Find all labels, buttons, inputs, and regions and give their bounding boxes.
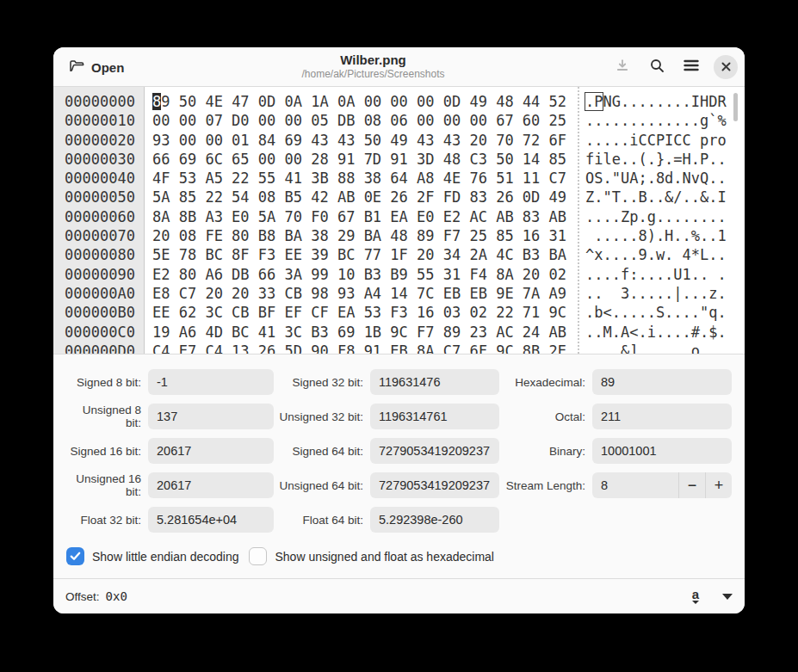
ascii-row[interactable]: ..M.A<.i....#.$. [585,323,727,342]
ascii-row[interactable]: ....&]......o... [585,342,727,354]
offset-row: 000000A0 [65,284,144,303]
offset-row: 00000060 [65,207,144,226]
open-button-label: Open [91,60,124,75]
ascii-row[interactable]: ....f:....U1.. . [585,265,727,284]
hex-bytes-column[interactable]: 89 50 4E 47 0D 0A 1A 0A 00 00 00 0D 49 4… [152,92,566,354]
ascii-row[interactable]: Z."T..B..&/..&.I [585,188,727,207]
hex-row[interactable]: 93 00 00 01 84 69 43 43 50 49 43 43 20 7… [152,131,566,150]
hex-editor-pane: 0000000000000010000000200000003000000040… [53,87,745,354]
ascii-row[interactable]: .PNG........IHDR [585,92,727,111]
window-title-block: Wilber.png /home/ak/Pictures/Screenshots [157,52,590,81]
stream-length-decrement-button[interactable]: − [678,472,705,498]
float-32-bit-label: Float 32 bit: [65,514,148,527]
unsigned-32-bit-label: Unsigned 32 bit: [274,410,370,423]
hexadecimal-field[interactable]: 89 [592,369,732,395]
stream-length-label: Stream Length: [499,479,592,492]
insert-mode-indicator[interactable]: a [692,589,699,604]
hex-row[interactable]: E8 C7 20 20 33 CB 98 93 A4 14 7C EB EB 9… [152,284,566,303]
hex-row[interactable]: 4F 53 A5 22 55 41 3B 88 38 64 A8 4E 76 5… [152,169,566,188]
file-path-subtitle: /home/ak/Pictures/Screenshots [157,68,590,81]
decode-options: Show little endian decoding Show unsigne… [66,547,494,565]
hex-row[interactable]: E2 80 A6 DB 66 3A 99 10 B3 B9 55 31 F4 8… [152,265,566,284]
stream-length-spinner[interactable]: 8 − + [592,472,732,498]
conversions-column-1: Signed 8 bit:-1 Unsigned 8 bit:137 Signe… [65,369,274,541]
signed-8-bit-field[interactable]: -1 [148,369,274,395]
binary-field[interactable]: 10001001 [592,438,732,464]
octal-field[interactable]: 211 [592,404,732,429]
search-icon [650,59,665,77]
ascii-row[interactable]: .............g`% [585,111,727,130]
close-window-button[interactable] [714,55,738,79]
open-button[interactable]: Open [65,54,129,80]
offset-row: 00000090 [65,265,144,284]
statusbar: Offset: 0x0 a [53,578,745,613]
main-menu-button[interactable] [679,55,703,79]
unsigned-16-bit-label: Unsigned 16 bit: [65,472,148,498]
little-endian-label[interactable]: Show little endian decoding [92,550,238,564]
stream-length-increment-button[interactable]: + [705,472,732,498]
ascii-column[interactable]: .PNG........IHDR.............g`%.....iCC… [585,92,727,354]
hex-row[interactable]: 5A 85 22 54 08 B5 42 AB 0E 26 2F FD 83 2… [152,188,566,207]
save-download-icon [616,59,629,76]
hex-ascii-separator [578,87,579,354]
unsigned-8-bit-field[interactable]: 137 [148,404,274,429]
ascii-row[interactable]: file..(.}.=H.P.. [585,150,727,169]
signed-8-bit-label: Signed 8 bit: [65,376,148,389]
hex-row[interactable]: 00 00 07 D0 00 00 05 DB 08 06 00 00 00 6… [152,111,566,130]
little-endian-checkbox[interactable] [66,547,84,565]
little-endian-option[interactable]: Show little endian decoding [66,547,238,565]
hex-row[interactable]: EE 62 3C CB BF EF CF EA 53 F3 16 03 02 2… [152,303,566,322]
find-button[interactable] [645,55,669,79]
save-button[interactable] [610,55,634,79]
binary-label: Binary: [499,445,592,458]
ascii-row[interactable]: ^x....9.w. 4*L.. [585,245,727,264]
signed-64-bit-label: Signed 64 bit: [274,445,370,458]
offset-row: 00000050 [65,188,144,207]
offset-row: 00000070 [65,226,144,245]
hex-row[interactable]: 66 69 6C 65 00 00 28 91 7D 91 3D 48 C3 5… [152,150,566,169]
unsigned-8-bit-label: Unsigned 8 bit: [65,404,148,429]
float-64-bit-label: Float 64 bit: [274,514,370,527]
ascii-row[interactable]: .. 3.....|...z. [585,284,727,303]
offset-row: 00000030 [65,150,144,169]
float-32-bit-field[interactable]: 5.281654e+04 [148,507,274,533]
ghex-window: Open Wilber.png /home/ak/Pictures/Screen… [53,47,745,613]
float-64-bit-field[interactable]: 5.292398e-260 [370,507,499,533]
unsigned-32-bit-field[interactable]: 1196314761 [370,404,499,429]
offset-row: 00000000 [65,92,144,111]
ascii-row[interactable]: .....iCCPICC pro [585,131,727,150]
signed-32-bit-field[interactable]: 119631476 [370,369,499,395]
unsigned-float-hex-label[interactable]: Show unsigned and float as hexadecimal [275,550,494,564]
scrollbar-thumb[interactable] [733,93,738,121]
offset-row: 000000D0 [65,342,144,354]
offset-row: 00000080 [65,245,144,264]
conversions-column-2: Signed 32 bit:119631476 Unsigned 32 bit:… [274,369,499,541]
stream-length-value[interactable]: 8 [601,478,678,492]
ascii-row[interactable]: OS."UA;.8d.NvQ.. [585,169,727,188]
octal-label: Octal: [499,410,592,423]
unsigned-float-hex-checkbox[interactable] [249,547,267,565]
hex-row[interactable]: 89 50 4E 47 0D 0A 1A 0A 00 00 00 0D 49 4… [152,92,566,111]
signed-32-bit-label: Signed 32 bit: [274,376,370,389]
unsigned-64-bit-field[interactable]: 7279053419209237 [370,472,499,498]
ascii-row[interactable]: .b<.....S...."q. [585,303,727,322]
signed-64-bit-field[interactable]: 7279053419209237 [370,438,499,464]
hex-row[interactable]: C4 E7 C4 13 26 5D 90 F8 91 EB 8A C7 6F 9… [152,342,566,354]
hex-row[interactable]: 19 A6 4D BC 41 3C B3 69 1B 9C F7 89 23 A… [152,323,566,342]
hex-row[interactable]: 5E 78 BC 8F F3 EE 39 BC 77 1F 20 34 2A 4… [152,245,566,264]
signed-16-bit-field[interactable]: 20617 [148,438,274,464]
hexadecimal-label: Hexadecimal: [499,376,592,389]
caret-down-small-icon [692,601,699,604]
conversions-column-3: Hexadecimal:89 Octal:211 Binary:10001001… [499,369,732,507]
unsigned-16-bit-field[interactable]: 20617 [148,472,274,498]
unsigned-float-hex-option[interactable]: Show unsigned and float as hexadecimal [249,547,494,565]
ascii-row[interactable]: .....8).H..%..1 [585,226,727,245]
offset-row: 00000040 [65,169,144,188]
statusbar-dropdown-button[interactable] [722,594,733,600]
hex-row[interactable]: 20 08 FE 80 B8 BA 38 29 BA 48 89 F7 25 8… [152,226,566,245]
offset-value: 0x0 [106,589,127,603]
unsigned-64-bit-label: Unsigned 64 bit: [274,479,370,492]
hex-row[interactable]: 8A 8B A3 E0 5A 70 F0 67 B1 EA E0 E2 AC A… [152,207,566,226]
offset-row: 00000020 [65,131,144,150]
ascii-row[interactable]: ....Zp.g........ [585,207,727,226]
